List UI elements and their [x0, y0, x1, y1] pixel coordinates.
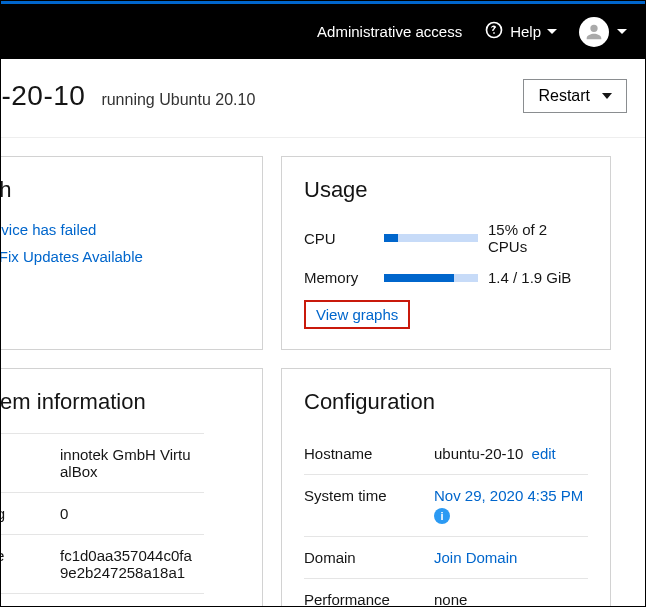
cpu-progress-fill [384, 234, 398, 242]
configuration-heading: Configuration [304, 389, 588, 415]
system-time-link[interactable]: Nov 29, 2020 4:35 PM [434, 487, 583, 504]
restart-label: Restart [538, 87, 590, 105]
usage-cpu-text: 15% of 2 CPUs [488, 221, 588, 255]
config-val: ubuntu-20-10 edit [434, 445, 588, 462]
avatar-icon [579, 17, 609, 47]
help-menu[interactable]: Help [484, 20, 557, 43]
usage-cpu-label: CPU [304, 230, 374, 247]
memory-progress [384, 274, 478, 282]
table-row: el innotek GmbH VirtualBox [1, 434, 204, 493]
sysinfo-key: t tag [1, 493, 52, 535]
config-key: Domain [304, 549, 424, 566]
view-graphs-link[interactable]: View graphs [304, 300, 410, 329]
sysinfo-key: nine [1, 535, 52, 594]
table-row: nine fc1d0aa357044c0fa9e2b247258a18a1 [1, 535, 204, 594]
config-row-system-time: System time Nov 29, 2020 4:35 PM i [304, 474, 588, 536]
memory-progress-fill [384, 274, 454, 282]
usage-memory-label: Memory [304, 269, 374, 286]
config-row-perf-profile: Performance profile none [304, 578, 588, 607]
sysinfo-key: el [1, 434, 52, 493]
usage-memory-text: 1.4 / 1.9 GiB [488, 269, 588, 286]
administrative-access-link[interactable]: Administrative access [317, 23, 462, 40]
usage-heading: Usage [304, 177, 588, 203]
usage-card: Usage CPU 15% of 2 CPUs Memory 1.4 / 1.9… [281, 156, 611, 350]
system-info-table: el innotek GmbH VirtualBox t tag 0 nine … [1, 433, 204, 607]
title-bar: ntu-20-10 running Ubuntu 20.10 Restart [1, 59, 645, 138]
config-key: Hostname [304, 445, 424, 462]
config-val: Nov 29, 2020 4:35 PM i [434, 487, 588, 524]
health-item-updates[interactable]: Bug Fix Updates Available [1, 248, 143, 265]
health-item-service-failed[interactable]: 1 service has failed [1, 221, 96, 238]
table-row: t tag 0 [1, 493, 204, 535]
join-domain-link[interactable]: Join Domain [434, 549, 517, 566]
config-row-domain: Domain Join Domain [304, 536, 588, 578]
sysinfo-val: innotek GmbH VirtualBox [52, 434, 204, 493]
info-icon[interactable]: i [434, 508, 450, 524]
configuration-card: Configuration Hostname ubuntu-20-10 edit… [281, 368, 611, 607]
health-heading: alth [1, 177, 240, 203]
sysinfo-val: 4 hours [52, 594, 204, 608]
system-info-heading: tem information [1, 389, 240, 415]
view-graphs-wrap: View graphs [304, 300, 588, 329]
help-label: Help [510, 23, 541, 40]
config-hostname-value: ubuntu-20-10 [434, 445, 523, 462]
caret-down-icon [617, 29, 627, 34]
health-card: alth 1 service has failed Bug Fix Update… [1, 156, 263, 350]
restart-button[interactable]: Restart [523, 79, 627, 113]
page-subtitle: running Ubuntu 20.10 [101, 91, 255, 109]
sysinfo-val: fc1d0aa357044c0fa9e2b247258a18a1 [52, 535, 204, 594]
help-icon [484, 20, 504, 43]
page-title: ntu-20-10 [1, 80, 85, 112]
config-val: Join Domain [434, 549, 588, 566]
caret-down-icon [602, 93, 612, 99]
table-row: me 4 hours [1, 594, 204, 608]
top-bar: Administrative access Help [1, 1, 645, 59]
usage-row-cpu: CPU 15% of 2 CPUs [304, 221, 588, 255]
config-val: none [434, 591, 588, 607]
main-scroll[interactable]: ntu-20-10 running Ubuntu 20.10 Restart a… [1, 59, 645, 607]
edit-hostname-link[interactable]: edit [532, 445, 556, 462]
config-row-hostname: Hostname ubuntu-20-10 edit [304, 433, 588, 474]
sysinfo-val: 0 [52, 493, 204, 535]
cpu-progress [384, 234, 478, 242]
user-menu[interactable] [579, 17, 627, 47]
system-info-card: tem information el innotek GmbH VirtualB… [1, 368, 263, 607]
sysinfo-key: me [1, 594, 52, 608]
config-key: Performance profile [304, 591, 424, 607]
usage-row-memory: Memory 1.4 / 1.9 GiB [304, 269, 588, 286]
config-key: System time [304, 487, 424, 504]
caret-down-icon [547, 29, 557, 34]
